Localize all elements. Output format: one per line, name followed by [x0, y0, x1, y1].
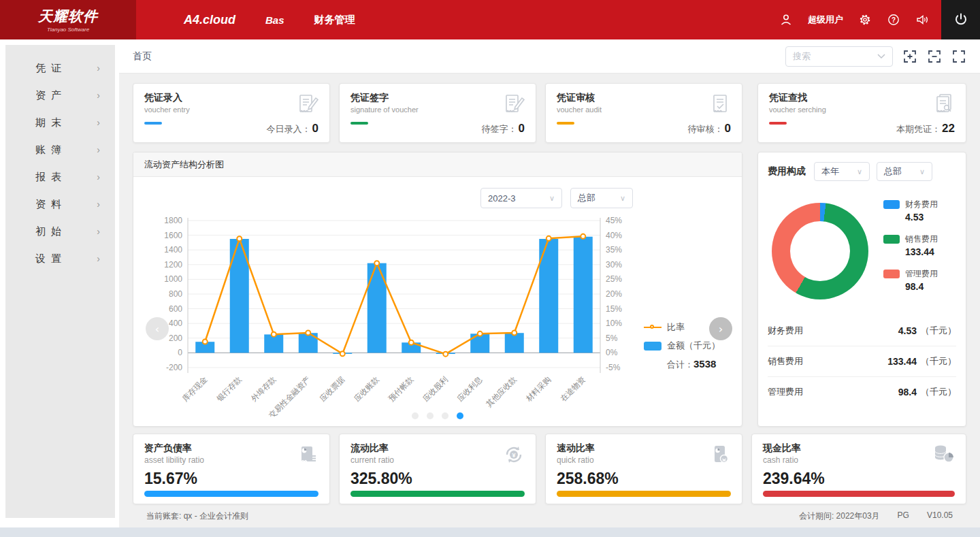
accent-dash — [144, 122, 162, 125]
ratio-value: 325.80% — [350, 470, 525, 488]
ratio-value: 258.68% — [557, 470, 731, 488]
doc-pie-icon — [295, 442, 320, 470]
donut-legend: 财务费用 4.53 销售费用 133.44 管理费用 — [883, 199, 938, 303]
status-footer: 当前账套: qx - 企业会计准则 会计期间: 2022年03月 PG V10.… — [133, 504, 966, 527]
accounting-period: 会计期间: 2022年03月 — [799, 510, 880, 522]
nav-a4cloud[interactable]: A4.cloud — [184, 13, 235, 27]
current-account-set: 当前账套: qx - 企业会计准则 — [146, 510, 248, 522]
nav-finance[interactable]: 财务管理 — [314, 14, 355, 27]
svg-text:1200: 1200 — [164, 260, 182, 270]
voucher-search-icon — [932, 92, 956, 119]
svg-text:0%: 0% — [606, 348, 618, 357]
chevron-down-icon: ∨ — [549, 194, 555, 203]
carousel-prev-button[interactable]: ‹ — [146, 317, 169, 340]
svg-text:25%: 25% — [606, 274, 622, 284]
expense-org-select[interactable]: 总部 ∨ — [877, 162, 932, 181]
expense-composition-panel: 费用构成 本年 ∨ 总部 ∨ — [757, 152, 966, 427]
svg-text:材料采购: 材料采购 — [525, 375, 553, 403]
voucher-entry-card[interactable]: 凭证录入 voucher entry 今日录入：0 — [133, 83, 330, 143]
svg-text:在途物资: 在途物资 — [559, 375, 587, 403]
user-icon[interactable] — [779, 13, 793, 27]
chevron-down-icon: ∨ — [620, 194, 625, 203]
sidebar: 凭 证› 资 产› 期 末› 账 簿› 报 表› 资 料› 初 始› 设 置› — [5, 45, 115, 518]
version-label: V10.05 — [927, 510, 953, 522]
svg-text:银行存款: 银行存款 — [214, 375, 243, 404]
zoom-out-tabs-icon[interactable] — [927, 49, 942, 64]
announcement-icon[interactable] — [915, 13, 929, 27]
voucher-audit-card[interactable]: 凭证审核 voucher audit 待审核：0 — [545, 83, 742, 143]
svg-text:45%: 45% — [606, 216, 622, 225]
svg-text:1600: 1600 — [164, 231, 182, 240]
legend-swatch-sales — [883, 235, 900, 244]
ratio-bar — [144, 491, 318, 497]
dashboard-content: 凭证录入 voucher entry 今日录入：0 凭证签字 signa — [119, 74, 980, 527]
chevron-right-icon: › — [97, 144, 100, 155]
sidebar-item-initial[interactable]: 初 始› — [5, 218, 115, 245]
svg-text:400: 400 — [169, 319, 182, 328]
quick-ratio-card: 速动比率 quick ratio 258.68% — [545, 434, 742, 504]
chevron-down-icon — [877, 54, 885, 59]
fullscreen-icon[interactable] — [951, 49, 966, 64]
chevron-right-icon: › — [97, 63, 100, 74]
power-icon — [953, 12, 968, 27]
bottom-strip — [0, 527, 980, 537]
chevron-right-icon: › — [97, 90, 100, 101]
svg-text:其他应收款: 其他应收款 — [485, 375, 518, 408]
voucher-audit-icon — [708, 92, 732, 119]
asset-liability-ratio-card: 资产负债率 asset libility ratio 15.67% — [133, 434, 330, 504]
sidebar-item-voucher[interactable]: 凭 证› — [5, 54, 115, 82]
svg-text:应收股利: 应收股利 — [421, 375, 449, 403]
voucher-signature-card[interactable]: 凭证签字 signature of voucher 待签字：0 — [339, 83, 536, 143]
svg-text:1800: 1800 — [164, 216, 182, 225]
svg-text:0: 0 — [178, 348, 182, 357]
svg-text:-5%: -5% — [606, 363, 621, 372]
ratio-bar — [763, 491, 955, 497]
nav-bas[interactable]: Bas — [265, 14, 284, 26]
legend-swatch-admin — [883, 270, 900, 278]
sidebar-item-settings[interactable]: 设 置› — [5, 245, 115, 272]
sidebar-item-period-end[interactable]: 期 末› — [5, 109, 115, 136]
svg-text:5%: 5% — [606, 333, 618, 343]
username-label[interactable]: 超级用户 — [808, 14, 843, 26]
carousel-dot-4[interactable] — [457, 412, 463, 419]
carousel-dot-2[interactable] — [427, 412, 434, 419]
carousel-dot-3[interactable] — [442, 412, 448, 419]
expense-year-select[interactable]: 本年 ∨ — [814, 162, 870, 181]
expense-list: 财务费用4.53（千元） 销售费用133.44（千元） 管理费用98.4（千元） — [768, 315, 956, 407]
logo-title: 天耀软件 — [38, 7, 98, 26]
zoom-in-tabs-icon[interactable] — [902, 49, 917, 64]
svg-text:外埠存款: 外埠存款 — [249, 375, 278, 404]
svg-text:20%: 20% — [606, 289, 622, 299]
sidebar-item-reports[interactable]: 报 表› — [5, 163, 115, 191]
chart-org-select[interactable]: 总部 ∨ — [570, 188, 633, 208]
accent-dash — [350, 122, 368, 125]
accent-dash — [769, 122, 787, 125]
chart-title: 流动资产结构分析图 — [133, 152, 742, 177]
logout-power-button[interactable] — [941, 0, 980, 39]
sidebar-item-ledger[interactable]: 账 簿› — [5, 136, 115, 163]
logo-subtitle: Tianyao Software — [47, 27, 89, 33]
yuan-cycle-icon: ¥ — [502, 442, 526, 470]
sidebar-item-data[interactable]: 资 料› — [5, 191, 115, 218]
coins-pie-icon — [930, 442, 956, 470]
mobile-coin-icon — [708, 442, 732, 470]
expense-panel-title: 费用构成 — [768, 165, 806, 178]
tab-home[interactable]: 首页 — [133, 50, 152, 63]
tab-search-select[interactable]: 搜索 — [785, 46, 893, 67]
svg-text:¥: ¥ — [512, 452, 515, 459]
sidebar-item-assets[interactable]: 资 产› — [5, 82, 115, 109]
accent-dash — [557, 122, 574, 125]
voucher-search-card[interactable]: 凭证查找 voucher serching 本期凭证：22 — [757, 83, 966, 143]
sidebar-rail: 凭 证› 资 产› 期 末› 账 簿› 报 表› 资 料› 初 始› 设 置› — [0, 39, 119, 527]
tab-bar: 首页 搜索 — [119, 39, 980, 74]
logo[interactable]: 天耀软件 Tianyao Software — [0, 0, 136, 39]
help-icon[interactable]: ? — [887, 13, 900, 27]
settings-gear-icon[interactable] — [858, 13, 872, 27]
bar-line-chart: -200020040060080010001200140016001800-5%… — [146, 212, 636, 417]
carousel-dots — [133, 412, 742, 419]
carousel-dot-1[interactable] — [412, 412, 419, 419]
expense-row-admin: 管理费用98.4（千元） — [768, 376, 956, 407]
ratio-bar — [350, 491, 525, 497]
chart-period-select[interactable]: 2022-3 ∨ — [480, 188, 562, 208]
svg-text:1400: 1400 — [164, 245, 182, 255]
